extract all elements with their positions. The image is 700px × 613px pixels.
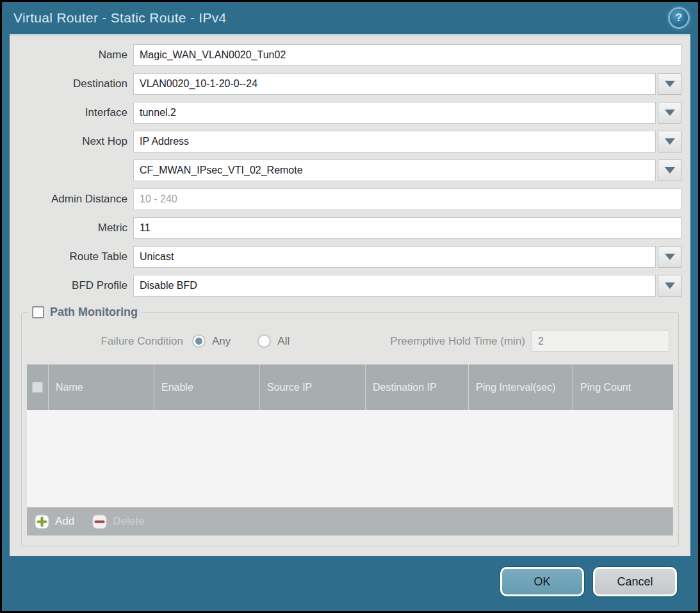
destination-label: Destination <box>19 78 133 90</box>
interface-dropdown-button[interactable] <box>658 102 681 124</box>
column-header-ping-count[interactable]: Ping Count <box>573 364 673 410</box>
column-header-enable[interactable]: Enable <box>154 364 260 410</box>
metric-label: Metric <box>19 222 133 234</box>
metric-input[interactable] <box>133 217 681 239</box>
table-action-bar: Add Delete <box>27 507 673 535</box>
field-row-name: Name <box>19 44 681 66</box>
table-header-checkbox-cell <box>27 364 49 410</box>
field-row-next-hop: Next Hop <box>19 131 681 152</box>
table-header-row: Name Enable Source IP Destination IP Pin… <box>27 364 673 410</box>
add-button-label: Add <box>55 515 74 528</box>
admin-distance-input[interactable] <box>133 188 681 210</box>
field-row-route-table: Route Table <box>19 246 681 268</box>
chevron-down-icon <box>665 138 675 145</box>
field-row-admin-distance: Admin Distance <box>19 188 681 210</box>
name-label: Name <box>19 49 133 61</box>
column-header-destination-ip[interactable]: Destination IP <box>366 364 469 410</box>
delete-button-label: Delete <box>113 515 144 528</box>
route-table-label: Route Table <box>19 250 133 263</box>
bfd-profile-input[interactable] <box>133 275 656 297</box>
column-header-source-ip[interactable]: Source IP <box>260 364 366 410</box>
route-table-dropdown-button[interactable] <box>658 246 681 268</box>
failure-condition-row: Failure Condition Any All Preemptive Hol… <box>27 331 673 352</box>
path-monitoring-section: Path Monitoring Failure Condition Any Al… <box>21 306 679 546</box>
field-row-bfd-profile: BFD Profile <box>19 275 681 297</box>
cancel-button[interactable]: Cancel <box>593 567 677 596</box>
minus-icon <box>92 514 107 529</box>
next-hop-dropdown-button[interactable] <box>658 131 681 152</box>
route-table-input[interactable] <box>133 246 656 268</box>
preemptive-hold-time-label: Preemptive Hold Time (min) <box>390 335 525 348</box>
column-header-ping-interval[interactable]: Ping Interval(sec) <box>469 364 573 410</box>
radio-any-icon[interactable] <box>192 334 206 348</box>
next-hop-type-input[interactable] <box>133 131 656 152</box>
field-row-interface: Interface <box>19 102 681 124</box>
next-hop-address-dropdown-button[interactable] <box>658 159 681 181</box>
path-monitoring-legend: Path Monitoring <box>28 306 142 319</box>
add-button[interactable]: Add <box>35 514 74 529</box>
dialog-title: Virtual Router - Static Route - IPv4 <box>13 10 227 26</box>
delete-button[interactable]: Delete <box>92 514 144 529</box>
admin-distance-label: Admin Distance <box>19 193 133 206</box>
next-hop-label: Next Hop <box>19 135 133 148</box>
name-input[interactable] <box>133 44 681 66</box>
select-all-checkbox[interactable] <box>32 382 43 393</box>
preemptive-hold-time-input[interactable] <box>532 331 669 352</box>
bfd-profile-label: BFD Profile <box>19 279 133 292</box>
field-row-metric: Metric <box>19 217 681 239</box>
radio-all-icon[interactable] <box>257 334 271 348</box>
chevron-down-icon <box>665 81 675 87</box>
interface-input[interactable] <box>133 102 656 124</box>
path-monitoring-table: Name Enable Source IP Destination IP Pin… <box>27 364 673 535</box>
field-row-next-hop-address <box>19 159 681 181</box>
dialog-titlebar: Virtual Router - Static Route - IPv4 ? <box>2 2 698 34</box>
chevron-down-icon <box>665 110 675 116</box>
chevron-down-icon <box>665 254 675 260</box>
path-monitoring-title: Path Monitoring <box>50 306 138 319</box>
radio-all-label: All <box>277 335 289 348</box>
dialog-footer: OK Cancel <box>2 556 698 611</box>
radio-any-label: Any <box>212 335 231 348</box>
chevron-down-icon <box>665 167 675 174</box>
plus-icon <box>35 514 49 529</box>
ok-button[interactable]: OK <box>500 567 584 596</box>
table-body-empty <box>27 410 673 507</box>
path-monitoring-checkbox[interactable] <box>32 306 44 318</box>
destination-input[interactable] <box>133 73 656 95</box>
help-icon[interactable]: ? <box>670 9 688 27</box>
column-header-name[interactable]: Name <box>49 364 154 410</box>
bfd-profile-dropdown-button[interactable] <box>658 275 681 297</box>
chevron-down-icon <box>665 282 675 289</box>
next-hop-address-input[interactable] <box>133 159 656 181</box>
failure-condition-all-option[interactable]: All <box>257 334 289 348</box>
dialog-content: Name Destination Interface <box>10 34 690 556</box>
field-row-destination: Destination <box>19 73 681 95</box>
destination-dropdown-button[interactable] <box>658 73 681 95</box>
static-route-dialog: Virtual Router - Static Route - IPv4 ? N… <box>0 0 700 613</box>
interface-label: Interface <box>19 106 133 119</box>
failure-condition-label: Failure Condition <box>27 335 192 348</box>
failure-condition-any-option[interactable]: Any <box>192 334 231 348</box>
